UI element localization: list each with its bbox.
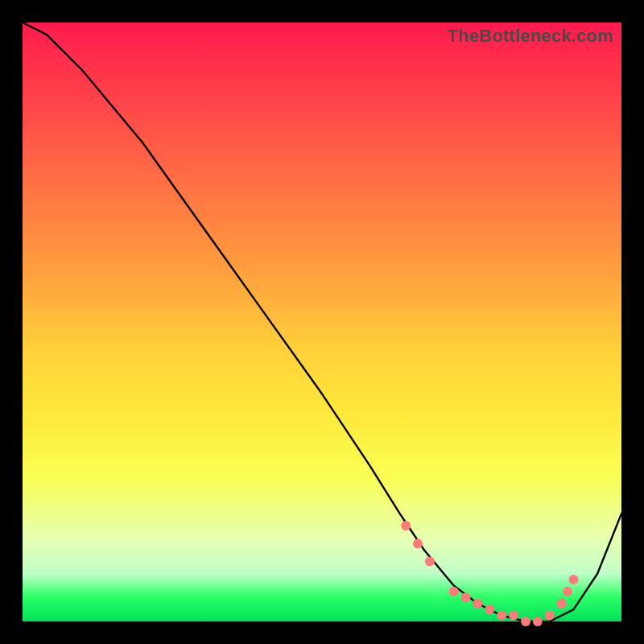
threshold-dot: [425, 557, 435, 567]
threshold-dot: [497, 611, 506, 621]
bottleneck-curve: [23, 23, 621, 621]
threshold-dot: [509, 611, 518, 621]
threshold-dot: [485, 605, 494, 614]
threshold-dot: [413, 539, 423, 548]
chart-frame: TheBottleneck.com: [0, 0, 644, 644]
threshold-dot: [521, 617, 530, 626]
threshold-dot: [473, 599, 482, 609]
plot-area: TheBottleneck.com: [23, 23, 621, 621]
threshold-dot: [557, 599, 567, 609]
threshold-dot: [461, 592, 471, 602]
threshold-dot: [545, 611, 555, 621]
threshold-dot: [569, 575, 579, 584]
threshold-dot: [449, 587, 459, 597]
threshold-dots: [401, 521, 578, 626]
threshold-dot: [401, 521, 411, 530]
curve-path: [23, 23, 621, 621]
threshold-dot: [563, 587, 572, 597]
threshold-dot: [533, 617, 543, 626]
